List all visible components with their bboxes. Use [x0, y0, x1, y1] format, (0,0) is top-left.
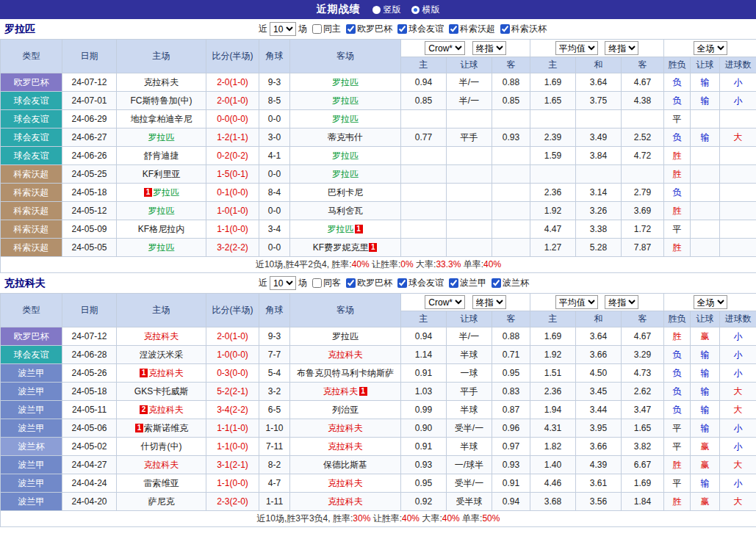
cell-crow-away: [492, 239, 530, 257]
league-filter-checkbox[interactable]: [397, 24, 407, 34]
team-link[interactable]: 罗拉匹: [332, 151, 359, 161]
cell-crow-home: [401, 184, 447, 202]
league-filter[interactable]: 球会友谊: [392, 277, 444, 289]
cell-avg-home: [530, 110, 576, 128]
cell-away-team: 克拉科夫: [290, 346, 401, 364]
cell-crow-home: 0.93: [401, 456, 447, 474]
cell-crow-away: 0.85: [492, 92, 530, 110]
same-away-filter[interactable]: 同客: [307, 277, 341, 289]
asian-odds-group: Crow* 终指: [401, 40, 530, 57]
summary-stat-value: 40%: [402, 513, 420, 524]
odds-source-select[interactable]: Crow*: [425, 41, 465, 55]
match-row: 波兰甲24-05-18GKS卡托威斯5-2(2-1)3-2克拉科夫11.03平手…: [1, 383, 756, 401]
cell-handicap-result: 输: [691, 419, 720, 438]
league-filter-checkbox[interactable]: [346, 24, 356, 34]
team-link[interactable]: 克拉科夫: [148, 368, 184, 378]
match-count-select[interactable]: 10: [270, 22, 296, 36]
fullmatch-select[interactable]: 全场: [694, 41, 727, 55]
cell-avg-draw: 3.75: [576, 92, 622, 110]
team-link: 列治亚: [332, 405, 359, 415]
avg-final-select[interactable]: 终指: [605, 41, 638, 55]
cell-avg-home: 1.40: [530, 456, 576, 474]
team-link[interactable]: 克拉科夫: [144, 460, 179, 470]
team-link[interactable]: 克拉科夫: [328, 478, 363, 488]
league-filter-checkbox[interactable]: [346, 278, 356, 288]
cell-avg-home: 4.31: [530, 419, 576, 438]
cell-avg-draw: 3.61: [576, 474, 622, 493]
cell-avg-away: [622, 110, 664, 128]
same-home-filter[interactable]: 同主: [307, 23, 341, 35]
team-link[interactable]: 克拉科夫: [328, 350, 363, 360]
league-filter[interactable]: 波兰甲: [444, 277, 486, 289]
team-link[interactable]: 罗拉匹: [328, 224, 354, 234]
cell-result: 负: [664, 346, 691, 364]
summary-text: 大率:: [420, 513, 442, 524]
team-link[interactable]: 罗拉匹: [148, 132, 175, 142]
cell-league-type: 科索沃超: [1, 184, 62, 202]
fullmatch-select[interactable]: 全场: [694, 295, 727, 309]
league-filter[interactable]: 科索沃超: [444, 23, 495, 35]
avg-odds-select[interactable]: 平均值: [555, 41, 598, 55]
team-link: 罗拉匹: [332, 331, 359, 341]
layout-horizontal-radio[interactable]: 横版: [411, 4, 440, 16]
league-filter-checkbox[interactable]: [492, 278, 501, 288]
league-filter-checkbox[interactable]: [449, 24, 458, 34]
cell-score: 1-0(1-0): [206, 202, 259, 220]
cell-avg-draw: 5.28: [576, 239, 622, 257]
cell-league-type: 球会友谊: [1, 147, 62, 165]
team-link[interactable]: 罗拉匹: [332, 114, 359, 124]
cell-corners: 1-10: [259, 419, 290, 438]
cell-date: 24-05-09: [62, 220, 117, 239]
team-link: 布鲁克贝特马利卡纳斯萨: [297, 368, 394, 378]
team-link[interactable]: 罗拉匹: [153, 187, 179, 198]
radio-icon[interactable]: [372, 6, 381, 14]
same-home-checkbox[interactable]: [312, 24, 322, 34]
league-filter[interactable]: 欧罗巴杯: [341, 23, 392, 35]
team-link[interactable]: 克拉科夫: [144, 331, 179, 341]
league-filter-checkbox[interactable]: [449, 278, 458, 288]
match-count-select[interactable]: 10: [270, 276, 296, 290]
team-link[interactable]: 罗拉匹: [332, 169, 359, 179]
cell-score: 0-3(0-0): [206, 364, 259, 383]
league-filter[interactable]: 波兰杯: [486, 277, 529, 289]
team-link: 雷索维亚: [144, 478, 179, 488]
final-odds-select[interactable]: 终指: [472, 295, 506, 309]
sub-header-home-odds: 主: [401, 311, 447, 327]
league-filter-checkbox[interactable]: [500, 24, 510, 34]
team-link[interactable]: 克拉科夫: [328, 496, 363, 507]
league-filter[interactable]: 欧罗巴杯: [341, 277, 392, 289]
layout-switch: 竖版 横版: [372, 4, 440, 16]
same-away-checkbox[interactable]: [312, 278, 322, 288]
cell-goals-result: 小: [720, 364, 756, 383]
cell-avg-away: 4.67: [622, 73, 664, 92]
cell-crow-away: 0.71: [492, 346, 530, 364]
team-link[interactable]: 克拉科夫: [148, 405, 184, 415]
match-row: 科索沃超24-05-181罗拉匹0-1(0-0)8-4巴利卡尼2.363.142…: [1, 184, 756, 202]
team-link[interactable]: 罗拉匹: [332, 95, 359, 106]
cell-handicap-result: 输: [691, 474, 720, 493]
avg-final-select[interactable]: 终指: [605, 295, 638, 309]
cell-crow-away: 0.88: [492, 327, 530, 346]
cell-avg-draw: 4.50: [576, 364, 622, 383]
avg-odds-select[interactable]: 平均值: [555, 295, 598, 309]
team-link[interactable]: 克拉科夫: [323, 386, 359, 396]
sub-header-away-odds: 客: [492, 311, 530, 327]
final-odds-select[interactable]: 终指: [472, 41, 506, 55]
layout-vertical-radio[interactable]: 竖版: [372, 4, 401, 16]
team-link[interactable]: 罗拉匹: [332, 77, 359, 87]
team-link: 萨尼克: [148, 496, 175, 507]
cell-avg-home: 1.59: [530, 147, 576, 165]
league-filter[interactable]: 科索沃杯: [495, 23, 547, 35]
odds-source-select[interactable]: Crow*: [425, 295, 465, 309]
league-filter-checkbox[interactable]: [397, 278, 407, 288]
team-link[interactable]: 克拉科夫: [328, 423, 363, 433]
team-link[interactable]: 罗拉匹: [148, 206, 175, 216]
cell-crow-home: 0.91: [401, 438, 447, 456]
team-link[interactable]: 罗拉匹: [148, 242, 175, 253]
league-filter[interactable]: 球会友谊: [392, 23, 444, 35]
radio-selected-icon[interactable]: [411, 6, 420, 14]
team-link[interactable]: 克拉科夫: [328, 441, 363, 452]
cell-home-team: 克拉科夫: [117, 327, 206, 346]
result-group: 全场: [664, 40, 756, 57]
filter-bar: 近 10 场 同客 欧罗巴杯 球会友谊 波兰甲 波兰杯: [259, 276, 529, 290]
